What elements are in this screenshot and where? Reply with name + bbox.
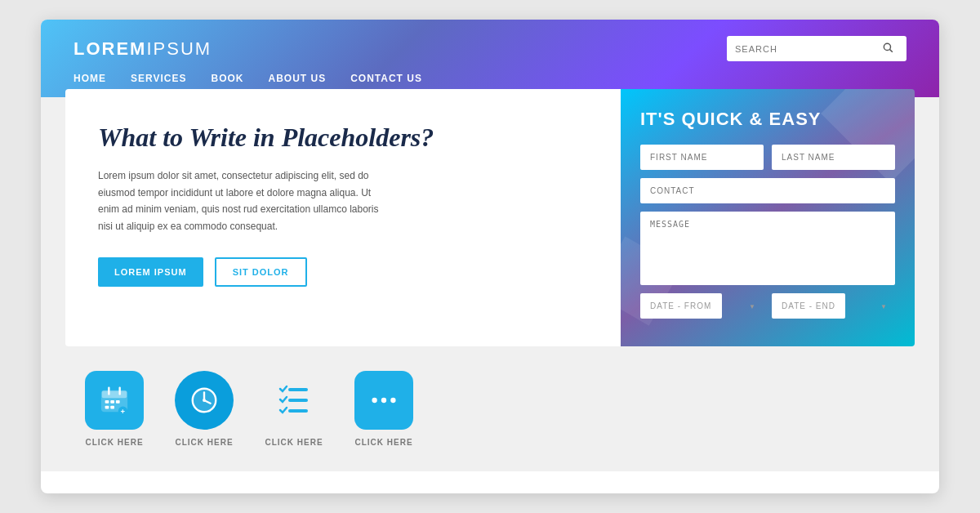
date-end-select[interactable]: DATE - END: [772, 293, 845, 319]
dots-item[interactable]: CLICK HERE: [351, 371, 416, 447]
svg-text:+: +: [121, 407, 126, 416]
calendar-item[interactable]: + CLICK HERE: [82, 371, 147, 447]
svg-rect-3: [102, 391, 127, 399]
btn-sit-dolor[interactable]: SIT DOLOR: [215, 257, 307, 287]
list-label: CLICK HERE: [265, 438, 323, 447]
first-name-input[interactable]: [640, 145, 764, 170]
nav-book[interactable]: BOOK: [211, 73, 243, 84]
clock-icon: [189, 385, 220, 416]
svg-line-1: [890, 50, 893, 52]
date-from-wrapper: DATE - FROM: [640, 293, 764, 319]
search-bar: [727, 36, 906, 61]
calendar-label: CLICK HERE: [85, 438, 143, 447]
clock-icon-bg: [175, 371, 234, 430]
search-button[interactable]: [874, 36, 902, 61]
nav-home[interactable]: HOME: [74, 73, 106, 84]
dots-icon: [368, 392, 399, 408]
list-icon: [274, 380, 314, 421]
svg-point-20: [372, 398, 376, 403]
logo: LOREMIPSUM: [74, 38, 212, 60]
svg-point-21: [381, 398, 386, 403]
svg-point-0: [884, 43, 890, 50]
logo-bold: LOREM: [74, 38, 146, 59]
nav-about[interactable]: ABOUT US: [268, 73, 326, 84]
logo-light: IPSUM: [146, 38, 212, 59]
svg-rect-10: [110, 406, 114, 409]
date-row: DATE - FROM DATE - END: [640, 293, 895, 319]
hero-title: What to Write in Placeholders?: [98, 122, 588, 153]
date-end-wrapper: DATE - END: [772, 293, 895, 319]
dots-icon-bg: [354, 371, 413, 430]
name-row: [640, 145, 895, 170]
date-from-select[interactable]: DATE - FROM: [640, 293, 722, 319]
dots-label: CLICK HERE: [354, 438, 412, 447]
calendar-icon-bg: +: [85, 371, 144, 430]
message-textarea[interactable]: [640, 212, 895, 285]
browser-frame: LOREMIPSUM HOME SERVICES BOOK ABOUT US C…: [41, 20, 939, 493]
list-item[interactable]: CLICK HERE: [261, 371, 327, 447]
btn-group: LOREM IPSUM SIT DOLOR: [98, 257, 588, 287]
svg-rect-17: [288, 388, 308, 391]
main-content: What to Write in Placeholders? Lorem ips…: [41, 97, 939, 471]
calendar-icon: +: [99, 385, 130, 416]
clock-label: CLICK HERE: [175, 438, 233, 447]
nav-services[interactable]: SERVICES: [131, 73, 186, 84]
nav-contact[interactable]: CONTACT US: [350, 73, 422, 84]
svg-rect-19: [288, 409, 308, 413]
header: LOREMIPSUM HOME SERVICES BOOK ABOUT US C…: [41, 20, 939, 97]
last-name-input[interactable]: [772, 145, 895, 170]
nav: HOME SERVICES BOOK ABOUT US CONTACT US: [74, 73, 906, 84]
svg-point-16: [203, 399, 206, 402]
search-input[interactable]: [727, 38, 874, 60]
svg-rect-6: [105, 400, 109, 404]
header-top: LOREMIPSUM: [74, 36, 906, 61]
hero-body: Lorem ipsum dolor sit amet, consectetur …: [98, 167, 392, 234]
bottom-icons: + CLICK HERE CLICK HERE: [41, 346, 939, 471]
form-panel: IT'S QUICK & EASY DATE - FROM DAT: [621, 89, 915, 346]
content-row: What to Write in Placeholders? Lorem ips…: [41, 89, 939, 346]
svg-rect-7: [110, 400, 114, 404]
svg-point-22: [390, 398, 395, 403]
svg-rect-18: [288, 399, 308, 402]
contact-input[interactable]: [640, 178, 895, 203]
clock-item[interactable]: CLICK HERE: [172, 371, 237, 447]
svg-rect-8: [116, 400, 120, 404]
form-title: IT'S QUICK & EASY: [640, 109, 895, 130]
svg-rect-9: [105, 406, 109, 409]
left-panel: What to Write in Placeholders? Lorem ips…: [65, 89, 621, 346]
btn-lorem-ipsum[interactable]: LOREM IPSUM: [98, 257, 203, 287]
list-icon-bg: [265, 371, 323, 430]
search-icon: [882, 42, 893, 53]
